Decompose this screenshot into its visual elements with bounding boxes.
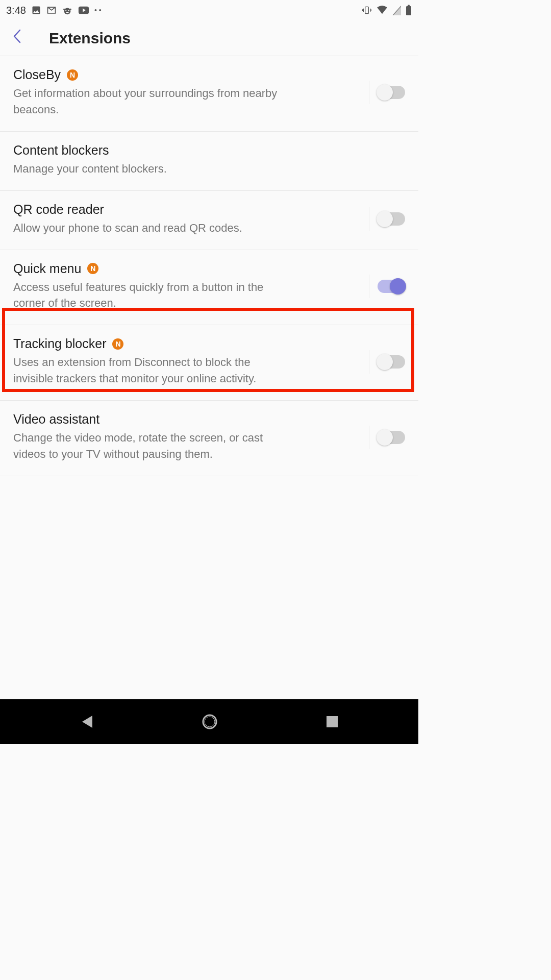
toggle-knob xyxy=(377,429,393,446)
extension-title: QR code reader xyxy=(13,202,104,217)
extension-title: Content blockers xyxy=(13,143,109,158)
extension-toggle[interactable] xyxy=(378,86,405,99)
extension-description: Change the video mode, rotate the screen… xyxy=(13,430,279,462)
status-right xyxy=(361,5,412,16)
toggle-knob xyxy=(377,354,393,370)
vibrate-icon xyxy=(361,5,372,15)
toggle-wrap xyxy=(369,81,405,104)
extension-toggle[interactable] xyxy=(378,212,405,226)
svg-rect-6 xyxy=(365,7,369,13)
svg-point-3 xyxy=(70,9,71,10)
toggle-wrap xyxy=(369,350,405,374)
wifi-icon xyxy=(377,6,388,15)
toggle-wrap xyxy=(369,275,405,298)
status-left: 3:48 • • xyxy=(6,5,102,16)
gmail-icon xyxy=(46,5,57,15)
extension-main: Content blockersManage your content bloc… xyxy=(13,143,405,177)
extension-title: Quick menu xyxy=(13,261,81,276)
toggle-wrap xyxy=(369,207,405,231)
svg-point-4 xyxy=(63,9,65,10)
extension-main: Video assistantChange the video mode, ro… xyxy=(13,412,362,462)
page-title: Extensions xyxy=(49,30,131,47)
new-badge-icon: N xyxy=(67,69,78,81)
app-header: Extensions xyxy=(0,20,418,56)
extension-row[interactable]: Video assistantChange the video mode, ro… xyxy=(0,401,418,476)
reddit-icon xyxy=(62,5,73,16)
nav-home-button[interactable] xyxy=(202,714,218,730)
svg-rect-8 xyxy=(406,6,411,15)
extension-toggle[interactable] xyxy=(378,280,405,293)
extension-toggle[interactable] xyxy=(378,355,405,369)
svg-point-1 xyxy=(65,10,66,11)
extension-description: Get information about your surroundings … xyxy=(13,85,279,118)
extension-title-row: QR code reader xyxy=(13,202,362,217)
extension-description: Manage your content blockers. xyxy=(13,161,279,177)
battery-icon xyxy=(405,5,412,16)
extension-row[interactable]: Tracking blockerNUses an extension from … xyxy=(0,325,418,401)
toggle-knob xyxy=(377,211,393,227)
youtube-icon xyxy=(78,6,89,15)
extension-main: CloseByNGet information about your surro… xyxy=(13,67,362,118)
svg-point-2 xyxy=(68,10,69,11)
nav-recents-button[interactable] xyxy=(325,715,339,728)
extension-toggle[interactable] xyxy=(378,431,405,444)
photos-icon xyxy=(31,5,41,15)
toggle-wrap xyxy=(369,426,405,449)
svg-point-10 xyxy=(203,715,216,728)
no-sim-icon xyxy=(392,5,401,15)
extensions-list: CloseByNGet information about your surro… xyxy=(0,56,418,476)
status-time: 3:48 xyxy=(6,5,26,16)
extension-title-row: CloseByN xyxy=(13,67,362,82)
svg-rect-9 xyxy=(408,5,410,7)
extension-main: Quick menuNAccess useful features quickl… xyxy=(13,261,362,312)
new-badge-icon: N xyxy=(87,263,98,274)
extension-description: Uses an extension from Disconnect to blo… xyxy=(13,354,279,387)
toggle-knob xyxy=(390,278,406,295)
extension-title-row: Tracking blockerN xyxy=(13,336,362,351)
extension-description: Allow your phone to scan and read QR cod… xyxy=(13,220,279,236)
svg-rect-12 xyxy=(327,716,338,727)
extension-row[interactable]: Quick menuNAccess useful features quickl… xyxy=(0,250,418,326)
extension-title: CloseBy xyxy=(13,67,61,82)
toggle-knob xyxy=(377,84,393,101)
extension-main: Tracking blockerNUses an extension from … xyxy=(13,336,362,387)
extension-title-row: Quick menuN xyxy=(13,261,362,276)
system-nav-bar xyxy=(0,699,418,744)
more-icon: • • xyxy=(94,6,102,14)
extension-row[interactable]: Content blockersManage your content bloc… xyxy=(0,132,418,191)
extension-main: QR code readerAllow your phone to scan a… xyxy=(13,202,362,236)
back-button[interactable] xyxy=(8,24,26,52)
svg-point-11 xyxy=(205,717,215,727)
nav-back-button[interactable] xyxy=(80,714,94,729)
extension-row[interactable]: QR code readerAllow your phone to scan a… xyxy=(0,191,418,250)
extension-row[interactable]: CloseByNGet information about your surro… xyxy=(0,56,418,132)
extension-title-row: Content blockers xyxy=(13,143,405,158)
status-bar: 3:48 • • xyxy=(0,0,418,20)
svg-point-0 xyxy=(64,8,71,14)
extension-title: Video assistant xyxy=(13,412,99,427)
extension-title: Tracking blocker xyxy=(13,336,106,351)
extension-title-row: Video assistant xyxy=(13,412,362,427)
new-badge-icon: N xyxy=(112,338,123,350)
extension-description: Access useful features quickly from a bu… xyxy=(13,279,279,312)
